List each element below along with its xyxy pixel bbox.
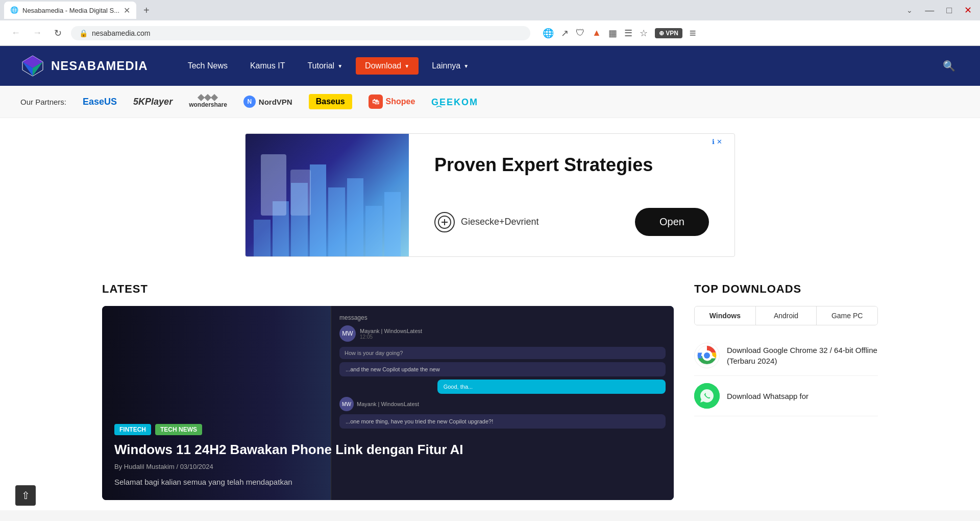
browser-addressbar: ← → ↻ 🔒 nesabamedia.com 🌐 ↗ 🛡 ▲ ▦ ☰ ☆ ⊕ … bbox=[0, 20, 980, 46]
nav-item-kamusit[interactable]: Kamus IT bbox=[241, 57, 294, 75]
nav-item-download[interactable]: Download ▼ bbox=[356, 57, 419, 75]
download-item-chrome[interactable]: Download Google Chrome 32 / 64-bit Offli… bbox=[694, 336, 878, 376]
tag-technews[interactable]: TECH NEWS bbox=[155, 424, 202, 435]
svg-point-10 bbox=[704, 352, 710, 359]
menu-icon[interactable]: ≡ bbox=[690, 27, 696, 40]
ad-close-icon[interactable]: ✕ bbox=[717, 138, 722, 146]
partners-label: Our Partners: bbox=[20, 98, 66, 106]
chrome-download-text: Download Google Chrome 32 / 64-bit Offli… bbox=[727, 345, 878, 366]
brave-icon[interactable]: ▲ bbox=[592, 28, 601, 38]
partner-wondershare[interactable]: wondershare bbox=[189, 95, 227, 108]
ad-open-button[interactable]: Open bbox=[635, 208, 709, 236]
latest-section-title: LATEST bbox=[102, 282, 674, 296]
site-logo[interactable]: NESABAMEDIA bbox=[20, 54, 148, 78]
sidebar-icon[interactable]: ☰ bbox=[624, 28, 632, 39]
nav-item-lainnya[interactable]: Lainnya ▼ bbox=[423, 57, 478, 75]
ad-text-area: Proven Expert Strategies Giesecke+Devrie… bbox=[409, 134, 734, 256]
chrome-icon bbox=[694, 343, 720, 368]
ad-headline: Proven Expert Strategies bbox=[434, 154, 709, 176]
vpn-badge[interactable]: ⊕ VPN bbox=[655, 28, 682, 38]
svg-text:GEEKOM: GEEKOM bbox=[431, 97, 478, 107]
ad-content: Proven Expert Strategies Giesecke+Devrie… bbox=[246, 134, 734, 256]
partner-5kplayer[interactable]: 5KPlayer bbox=[133, 97, 173, 107]
ad-info-icon: ℹ bbox=[712, 138, 715, 146]
article-overlay: FINTECH TECH NEWS Windows 11 24H2 Bawaka… bbox=[102, 306, 674, 500]
article-separator: / bbox=[176, 463, 180, 470]
bookmark-icon[interactable]: ☆ bbox=[640, 28, 648, 39]
tab-collapse-icon[interactable]: ⌄ bbox=[902, 4, 917, 16]
nav-item-technews[interactable]: Tech News bbox=[179, 57, 237, 75]
download-dropdown-icon: ▼ bbox=[404, 63, 409, 69]
window-controls: ⌄ — □ ✕ bbox=[902, 4, 976, 17]
address-text: nesabamedia.com bbox=[92, 29, 522, 37]
forward-button[interactable]: → bbox=[30, 26, 45, 40]
translate-icon[interactable]: 🌐 bbox=[543, 28, 554, 39]
top-downloads-title: TOP DOWNLOADS bbox=[694, 282, 878, 296]
tab-close-button[interactable]: ✕ bbox=[124, 6, 130, 15]
search-icon[interactable]: 🔍 bbox=[939, 56, 960, 76]
minimize-button[interactable]: — bbox=[921, 4, 938, 17]
download-item-whatsapp[interactable]: Download Whatsapp for bbox=[694, 376, 878, 416]
lainnya-dropdown-icon: ▼ bbox=[463, 63, 469, 69]
logo-icon bbox=[20, 54, 45, 78]
split-view-icon[interactable]: ▦ bbox=[608, 28, 617, 39]
reload-button[interactable]: ↻ bbox=[51, 26, 65, 41]
partners-bar: Our Partners: EaseUS 5KPlayer wondershar… bbox=[0, 86, 980, 118]
tab-android[interactable]: Android bbox=[756, 306, 817, 325]
nav-item-tutorial[interactable]: Tutorial ▼ bbox=[298, 57, 352, 75]
ad-image bbox=[246, 134, 409, 256]
logo-text: NESABAMEDIA bbox=[51, 59, 148, 73]
scroll-to-top-button[interactable]: ⇧ bbox=[15, 485, 36, 506]
chevron-up-icon: ⇧ bbox=[21, 489, 30, 502]
address-bar[interactable]: 🔒 nesabamedia.com bbox=[71, 26, 530, 40]
shield-icon[interactable]: 🛡 bbox=[576, 28, 585, 38]
ad-footer: Giesecke+Devrient Open bbox=[434, 208, 709, 236]
partner-geekom[interactable]: GEEKOM bbox=[431, 94, 493, 109]
article-meta: By Hudalil Mustakim / 03/10/2024 bbox=[114, 463, 662, 470]
close-button[interactable]: ✕ bbox=[960, 4, 976, 17]
tab-title: Nesabamedia - Media Digital S... bbox=[22, 7, 119, 14]
article-tags: FINTECH TECH NEWS bbox=[114, 424, 662, 435]
tag-fintech[interactable]: FINTECH bbox=[114, 424, 151, 435]
ad-brand: Giesecke+Devrient bbox=[434, 212, 539, 232]
tab-windows[interactable]: Windows bbox=[695, 306, 756, 325]
main-content: LATEST messages MW Mayank | WindowsLates… bbox=[0, 272, 980, 510]
download-tabs: Windows Android Game PC bbox=[694, 306, 878, 325]
nav-links: Tech News Kamus IT Tutorial ▼ Download ▼… bbox=[179, 57, 939, 75]
whatsapp-icon bbox=[694, 383, 720, 409]
browser-actions: 🌐 ↗ 🛡 ▲ ▦ ☰ ☆ ⊕ VPN ≡ bbox=[543, 27, 696, 40]
article-card[interactable]: messages MW Mayank | WindowsLatest 12:05… bbox=[102, 306, 674, 500]
top-downloads-section: TOP DOWNLOADS Windows Android Game PC bbox=[694, 282, 878, 500]
ad-info-button[interactable]: ℹ ✕ bbox=[712, 138, 722, 146]
secure-icon: 🔒 bbox=[79, 29, 88, 37]
partner-easeus[interactable]: EaseUS bbox=[83, 97, 117, 107]
whatsapp-download-text: Download Whatsapp for bbox=[727, 391, 808, 401]
back-button[interactable]: ← bbox=[8, 26, 23, 40]
site-nav: NESABAMEDIA Tech News Kamus IT Tutorial … bbox=[0, 46, 980, 86]
maximize-button[interactable]: □ bbox=[942, 4, 956, 17]
tab-gamepc[interactable]: Game PC bbox=[817, 306, 877, 325]
article-title: Windows 11 24H2 Bawakan Phone Link denga… bbox=[114, 441, 662, 459]
browser-titlebar: 🌐 Nesabamedia - Media Digital S... ✕ + ⌄… bbox=[0, 0, 980, 20]
new-tab-button[interactable]: + bbox=[139, 3, 154, 18]
latest-section: LATEST messages MW Mayank | WindowsLates… bbox=[102, 282, 674, 500]
partner-baseus[interactable]: Baseus bbox=[309, 94, 352, 109]
ad-brand-name: Giesecke+Devrient bbox=[461, 217, 539, 227]
tab-favicon: 🌐 bbox=[10, 6, 18, 14]
article-excerpt: Selamat bagi kalian semua yang telah men… bbox=[114, 477, 662, 488]
share-icon[interactable]: ↗ bbox=[561, 28, 569, 39]
article-date: 03/10/2024 bbox=[180, 463, 213, 470]
partner-shopee[interactable]: 🛍 Shopee bbox=[369, 94, 415, 109]
article-author: By Hudalil Mustakim bbox=[114, 463, 175, 470]
tutorial-dropdown-icon: ▼ bbox=[337, 63, 342, 69]
browser-chrome: 🌐 Nesabamedia - Media Digital S... ✕ + ⌄… bbox=[0, 0, 980, 46]
site-wrapper: NESABAMEDIA Tech News Kamus IT Tutorial … bbox=[0, 46, 980, 510]
ad-brand-icon bbox=[434, 212, 455, 232]
partner-nordvpn[interactable]: N NordVPN bbox=[243, 96, 292, 108]
ad-banner: ℹ ✕ bbox=[245, 133, 735, 257]
browser-tab[interactable]: 🌐 Nesabamedia - Media Digital S... ✕ bbox=[4, 2, 136, 19]
